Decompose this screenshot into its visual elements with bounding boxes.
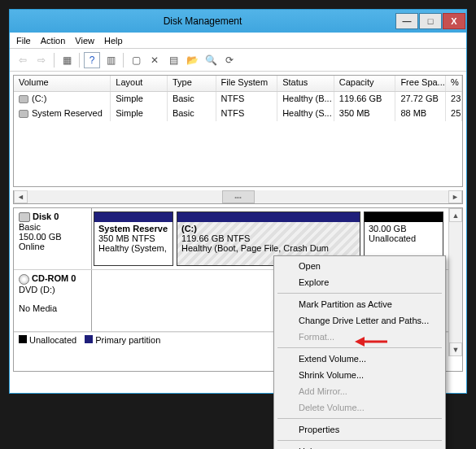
delete-icon[interactable]: ✕: [146, 52, 163, 68]
menu-help[interactable]: Help: [104, 36, 123, 46]
list-hscrollbar[interactable]: ◄ ••• ►: [13, 190, 463, 204]
scroll-track[interactable]: •••: [28, 190, 448, 203]
refresh-icon[interactable]: ⟳: [221, 52, 238, 68]
menu-delete-volume: Delete Volume...: [276, 399, 443, 416]
forward-button[interactable]: ⇨: [33, 52, 50, 68]
menu-extend-volume[interactable]: Extend Volume...: [276, 351, 443, 367]
menu-format: Format...: [276, 329, 443, 345]
new-icon[interactable]: ▢: [128, 52, 144, 68]
toolbar: ⇦ ⇨ ▦ ? ▥ ▢ ✕ ▤ 📂 🔍 ⟳: [10, 49, 466, 72]
menu-action[interactable]: Action: [41, 36, 66, 46]
col-free[interactable]: Free Spa...: [395, 76, 446, 91]
open-icon[interactable]: 📂: [184, 52, 200, 68]
disk-info[interactable]: Disk 0 Basic 150.00 GB Online: [14, 208, 92, 269]
minimize-button[interactable]: —: [395, 13, 418, 29]
drive-icon: [19, 95, 28, 103]
list-row[interactable]: System Reserved Simple Basic NTFS Health…: [14, 107, 462, 121]
disk-info[interactable]: CD-ROM 0 DVD (D:) No Media: [14, 270, 92, 331]
help-button[interactable]: ?: [84, 52, 100, 68]
scroll-right-icon[interactable]: ►: [448, 190, 462, 203]
menubar: File Action View Help: [10, 33, 466, 49]
maximize-button[interactable]: □: [419, 13, 442, 29]
legend-swatch-primary: [85, 335, 93, 343]
scroll-up-icon[interactable]: ▲: [449, 208, 462, 222]
close-button[interactable]: X: [443, 13, 465, 29]
list-header: Volume Layout Type File System Status Ca…: [14, 76, 462, 92]
window-title: Disk Management: [10, 15, 395, 27]
menu-view[interactable]: View: [75, 36, 94, 46]
titlebar[interactable]: Disk Management — □ X: [10, 10, 466, 33]
col-pct[interactable]: %: [446, 76, 462, 91]
scroll-left-icon[interactable]: ◄: [14, 190, 28, 203]
volume-list: Volume Layout Type File System Status Ca…: [13, 75, 463, 187]
col-status[interactable]: Status: [277, 76, 334, 91]
scroll-thumb[interactable]: •••: [222, 190, 255, 203]
back-button[interactable]: ⇦: [15, 52, 31, 68]
drive-icon: [19, 110, 28, 118]
legend-swatch-unalloc: [19, 335, 27, 343]
menu-help[interactable]: Help: [276, 443, 443, 449]
properties-icon[interactable]: ▤: [165, 52, 181, 68]
scroll-down-icon[interactable]: ▼: [449, 342, 462, 356]
col-volume[interactable]: Volume: [14, 76, 111, 91]
graph-vscrollbar[interactable]: ▲ ▼: [448, 208, 462, 356]
menu-change-letter[interactable]: Change Drive Letter and Paths...: [276, 312, 443, 329]
disk-icon: [19, 212, 30, 222]
menu-add-mirror: Add Mirror...: [276, 383, 443, 399]
col-type[interactable]: Type: [168, 76, 216, 91]
menu-mark-active[interactable]: Mark Partition as Active: [276, 296, 443, 312]
col-capacity[interactable]: Capacity: [334, 76, 396, 91]
list-row[interactable]: (C:) Simple Basic NTFS Healthy (B... 119…: [14, 92, 462, 107]
menu-properties[interactable]: Properties: [276, 421, 443, 438]
menu-shrink-volume[interactable]: Shrink Volume...: [276, 367, 443, 383]
settings-icon[interactable]: ▥: [103, 52, 119, 68]
col-layout[interactable]: Layout: [111, 76, 168, 91]
menu-open[interactable]: Open: [276, 258, 443, 274]
menu-explore[interactable]: Explore: [276, 274, 443, 290]
menu-file[interactable]: File: [16, 36, 31, 46]
col-fs[interactable]: File System: [216, 76, 278, 91]
context-menu: Open Explore Mark Partition as Active Ch…: [273, 255, 446, 449]
view-button[interactable]: ▦: [59, 52, 75, 68]
search-icon[interactable]: 🔍: [203, 52, 219, 68]
cdrom-icon: [19, 274, 29, 285]
window-controls: — □ X: [395, 13, 466, 29]
partition-system-reserved[interactable]: System Reserve 350 MB NTFS Healthy (Syst…: [94, 211, 173, 266]
